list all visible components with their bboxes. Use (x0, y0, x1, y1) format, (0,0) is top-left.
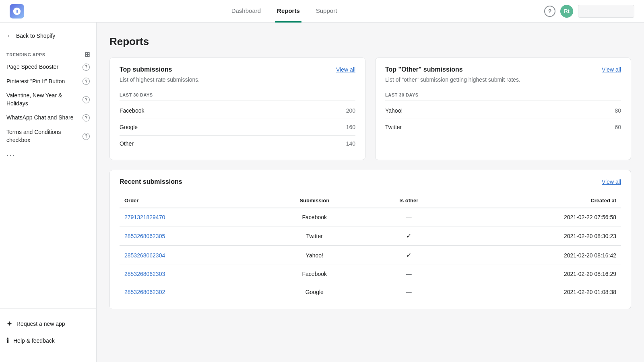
layout: ← Back to Shopify TRENDING APPS ⊞ Page S… (0, 23, 644, 362)
nav-right: ? Rt (544, 5, 634, 18)
order-link[interactable]: 2853268062303 (124, 271, 165, 277)
col-submission: Submission (260, 193, 369, 208)
top-other-row-0: Yahoo! 80 (385, 103, 621, 119)
cell-created-at: 2021-02-20 08:30:23 (449, 226, 621, 246)
order-link[interactable]: 2853268062304 (124, 252, 165, 259)
top-cards-row: Top submissions View all List of highest… (109, 58, 631, 160)
table-row: 2853268062302Google—2021-02-20 01:08:38 (120, 283, 621, 301)
cell-order: 2853268062303 (120, 265, 260, 283)
cell-submission: Twitter (260, 226, 369, 246)
help-icon[interactable]: ? (544, 6, 555, 17)
cell-order: 2853268062304 (120, 246, 260, 265)
col-created-at: Created at (449, 193, 621, 208)
sidebar-item-valentine[interactable]: Valentine, New Year & Holidays ? (0, 88, 96, 111)
user-avatar[interactable]: Rt (560, 5, 573, 18)
recent-submissions-card: Recent submissions View all Order Submis… (109, 170, 631, 309)
table-header: Order Submission Is other Created at (120, 193, 621, 208)
sidebar-bottom: ✦ Request a new app ℹ Help & feedback (0, 309, 96, 356)
col-order: Order (120, 193, 260, 208)
sidebar-item-terms[interactable]: Terms and Conditions checkbox ? (0, 125, 96, 147)
top-submissions-card: Top submissions View all List of highest… (109, 58, 365, 160)
nav-support[interactable]: Support (314, 0, 339, 23)
dash-icon: — (406, 214, 412, 220)
top-submissions-subtitle: List of highest rate submissions. (120, 76, 355, 83)
top-sub-row-1: Google 160 (120, 119, 355, 136)
cell-submission: Facebook (260, 265, 369, 283)
recent-submissions-table-wrapper: Order Submission Is other Created at 279… (120, 193, 621, 301)
nav-reports[interactable]: Reports (275, 0, 301, 23)
cell-is-other: — (369, 208, 448, 226)
table-row: 2853268062305Twitter✓2021-02-20 08:30:23 (120, 226, 621, 246)
more-items[interactable]: ··· (0, 147, 96, 163)
top-nav: Dashboard Reports Support ? Rt (0, 0, 644, 23)
top-submissions-period: LAST 30 DAYS (120, 89, 355, 101)
table-body: 2791321829470Facebook—2021-02-22 07:56:5… (120, 208, 621, 301)
top-other-submissions-card: Top "Other" submissions View all List of… (375, 58, 631, 160)
top-sub-row-2: Other 140 (120, 136, 355, 152)
top-sub-row-0: Facebook 200 (120, 103, 355, 119)
cell-submission: Google (260, 283, 369, 301)
recent-submissions-title: Recent submissions (120, 178, 182, 185)
checkmark-icon: ✓ (406, 232, 411, 239)
info-icon-whatsapp[interactable]: ? (83, 114, 90, 121)
recent-submissions-header: Recent submissions View all (120, 178, 621, 185)
grid-icon[interactable]: ⊞ (85, 51, 90, 58)
table-row: 2853268062304Yahoo!✓2021-02-20 08:16:42 (120, 246, 621, 265)
nav-dashboard[interactable]: Dashboard (230, 0, 262, 23)
sidebar-item-page-speed[interactable]: Page Speed Booster ? (0, 60, 96, 74)
top-other-header: Top "Other" submissions View all (385, 66, 621, 73)
request-new-app[interactable]: ✦ Request a new app (0, 315, 96, 332)
help-feedback[interactable]: ℹ Help & feedback (0, 332, 96, 349)
cell-is-other: — (369, 265, 448, 283)
info-icon-terms[interactable]: ? (83, 133, 90, 140)
top-submissions-view-all[interactable]: View all (336, 66, 355, 73)
user-name (578, 5, 634, 18)
top-other-title: Top "Other" submissions (385, 66, 463, 73)
cell-order: 2853268062305 (120, 226, 260, 246)
info-icon-page-speed[interactable]: ? (83, 64, 90, 71)
top-other-period: LAST 30 DAYS (385, 89, 621, 101)
top-other-subtitle: List of "other" submission getting highe… (385, 76, 621, 83)
recent-submissions-view-all[interactable]: View all (602, 179, 621, 185)
col-is-other: Is other (369, 193, 448, 208)
trending-section-label: TRENDING APPS ⊞ (0, 47, 96, 60)
top-other-row-1: Twitter 60 (385, 119, 621, 135)
top-other-view-all[interactable]: View all (602, 66, 621, 73)
nav-links: Dashboard Reports Support (230, 0, 339, 23)
cell-order: 2791321829470 (120, 208, 260, 226)
back-label: Back to Shopify (16, 33, 55, 39)
main-content: Reports Top submissions View all List of… (97, 23, 644, 362)
back-to-shopify[interactable]: ← Back to Shopify (0, 29, 96, 43)
cell-created-at: 2021-02-20 01:08:38 (449, 283, 621, 301)
top-submissions-header: Top submissions View all (120, 66, 355, 73)
recent-submissions-table: Order Submission Is other Created at 279… (120, 193, 621, 301)
order-link[interactable]: 2853268062305 (124, 233, 165, 239)
dash-icon: — (406, 271, 412, 277)
cell-is-other: ✓ (369, 226, 448, 246)
table-row: 2791321829470Facebook—2021-02-22 07:56:5… (120, 208, 621, 226)
cell-submission: Facebook (260, 208, 369, 226)
cell-created-at: 2021-02-20 08:16:29 (449, 265, 621, 283)
cell-created-at: 2021-02-22 07:56:58 (449, 208, 621, 226)
cell-created-at: 2021-02-20 08:16:42 (449, 246, 621, 265)
page-title: Reports (109, 35, 631, 48)
cell-submission: Yahoo! (260, 246, 369, 265)
order-link[interactable]: 2853268062302 (124, 289, 165, 295)
cell-is-other: ✓ (369, 246, 448, 265)
checkmark-icon: ✓ (406, 252, 411, 259)
app-logo[interactable] (10, 4, 24, 19)
top-submissions-title: Top submissions (120, 66, 172, 73)
request-icon: ✦ (6, 319, 12, 328)
dash-icon: — (406, 289, 412, 295)
sidebar-item-whatsapp[interactable]: WhatsApp Chat and Share ? (0, 111, 96, 125)
cell-order: 2853268062302 (120, 283, 260, 301)
sidebar: ← Back to Shopify TRENDING APPS ⊞ Page S… (0, 23, 97, 362)
info-icon-valentine[interactable]: ? (83, 96, 90, 103)
order-link[interactable]: 2791321829470 (124, 214, 165, 220)
cell-is-other: — (369, 283, 448, 301)
table-row: 2853268062303Facebook—2021-02-20 08:16:2… (120, 265, 621, 283)
info-bottom-icon: ℹ (6, 336, 9, 345)
back-arrow-icon: ← (6, 32, 13, 39)
info-icon-pinterest[interactable]: ? (83, 78, 90, 85)
sidebar-item-pinterest[interactable]: Pinterest "Pin It" Button ? (0, 74, 96, 89)
